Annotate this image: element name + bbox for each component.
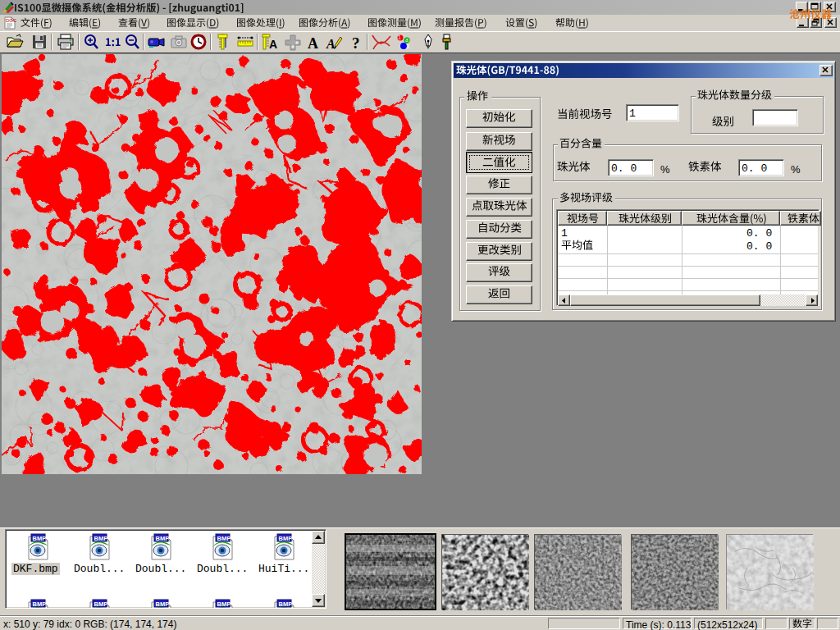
svg-text:3: 3 — [406, 43, 409, 49]
svg-text:1: 1 — [398, 34, 401, 40]
svg-text:BMP: BMP — [279, 600, 293, 608]
svg-text:BMP: BMP — [94, 600, 108, 608]
svg-text:BMP: BMP — [279, 535, 293, 542]
svg-text:BMP: BMP — [94, 535, 108, 542]
svg-text:?: ? — [352, 34, 360, 51]
svg-text:A: A — [308, 35, 318, 51]
svg-text:BMP: BMP — [33, 535, 47, 542]
svg-text:BMP: BMP — [217, 535, 231, 542]
svg-text:BMP: BMP — [156, 600, 170, 608]
svg-text:DOC: DOC — [6, 18, 16, 23]
svg-text:A: A — [269, 38, 277, 51]
svg-text:BMP: BMP — [217, 600, 231, 608]
svg-text:BMP: BMP — [33, 600, 47, 608]
svg-text:BMP: BMP — [156, 535, 170, 542]
svg-text:a: a — [405, 37, 409, 43]
